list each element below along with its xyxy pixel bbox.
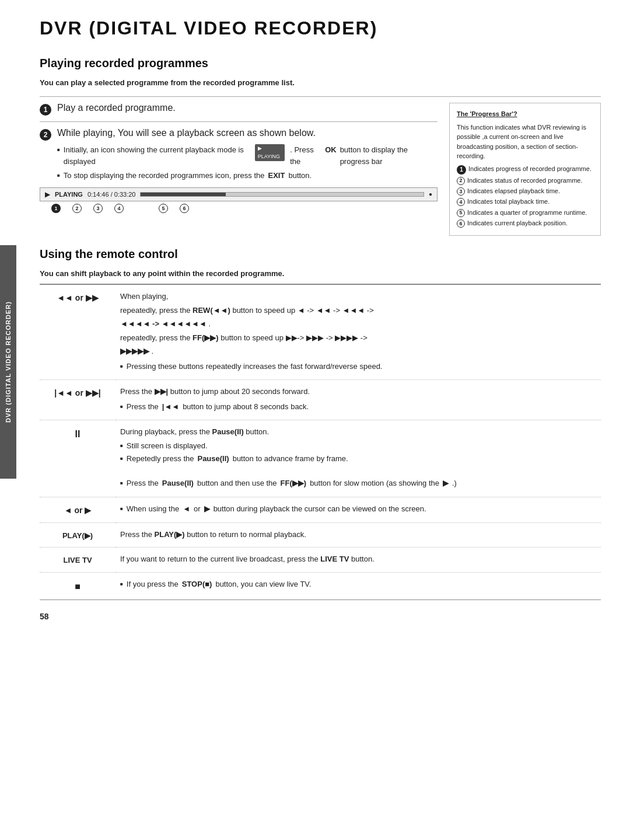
remote-key: ■ bbox=[40, 572, 116, 599]
remote-desc: When playing, repeatedly, press the REW(… bbox=[116, 284, 601, 380]
remote-key: PLAY(▶) bbox=[40, 522, 116, 548]
bullet-item: Press the |◄◄ button to jump about 8 sec… bbox=[120, 401, 596, 413]
remote-desc: During playback, press the Pause(II) but… bbox=[116, 420, 601, 497]
indicator-list-item: 4 Indicates total playback time. bbox=[457, 197, 593, 206]
circle-2: 2 bbox=[457, 177, 465, 185]
section1-bullets: Initially, an icon showing the current p… bbox=[57, 144, 438, 182]
table-row: ■ If you press the STOP(■) button, you c… bbox=[40, 572, 601, 599]
table-row: ◄◄ or ▶▶ When playing, repeatedly, press… bbox=[40, 284, 601, 380]
progress-indicator-labels: 1 2 3 4 5 6 bbox=[51, 204, 438, 213]
circle-4: 4 bbox=[457, 198, 465, 206]
indicator-list-item: 1 Indicates progress of recorded program… bbox=[457, 165, 593, 175]
page-title: DVR (DIGITAL VIDEO RECORDER) bbox=[40, 18, 601, 39]
play-icon: ▶ bbox=[45, 190, 50, 198]
indicator-2: 2 bbox=[72, 204, 82, 213]
remote-desc: If you press the STOP(■) button, you can… bbox=[116, 572, 601, 599]
step2-row: 2 While playing, You will see a playback… bbox=[40, 128, 438, 141]
remote-key: ◄ or ▶ bbox=[40, 497, 116, 522]
time-display: 0:14:46 / 0:33:20 bbox=[88, 191, 136, 198]
bullet-item: Still screen is displayed. bbox=[120, 440, 596, 452]
remote-control-section: Using the remote control You can shift p… bbox=[40, 248, 601, 600]
step1-row: 1 Play a recorded programme. bbox=[40, 103, 438, 116]
step2-number: 2 bbox=[40, 129, 51, 141]
playing-label: PLAYING bbox=[55, 191, 83, 198]
step1-number: 1 bbox=[40, 104, 51, 116]
indicator-list-item: 5 Indicates a quarter of programme runti… bbox=[457, 208, 593, 217]
section2-title: Using the remote control bbox=[40, 248, 601, 261]
indicator-5: 5 bbox=[159, 204, 168, 213]
remote-key: II bbox=[40, 420, 116, 497]
table-row: PLAY(▶) Press the PLAY(▶) button to retu… bbox=[40, 522, 601, 548]
section2-intro: You can shift playback to any point with… bbox=[40, 269, 601, 278]
indicator-3: 3 bbox=[93, 204, 103, 213]
circle-6: 6 bbox=[457, 219, 465, 228]
table-row: II During playback, press the Pause(II) … bbox=[40, 420, 601, 497]
bullet-item: If you press the STOP(■) button, you can… bbox=[120, 578, 596, 590]
bullet-item: Initially, an icon showing the current p… bbox=[57, 144, 438, 167]
remote-table: ◄◄ or ▶▶ When playing, repeatedly, press… bbox=[40, 284, 601, 600]
remote-desc: If you want to return to the current liv… bbox=[116, 548, 601, 573]
section1-intro: You can play a selected programme from t… bbox=[40, 78, 601, 87]
indicator-list-item: 6 Indicates current playback position. bbox=[457, 219, 593, 228]
progress-fill bbox=[141, 193, 225, 196]
table-row: LIVE TV If you want to return to the cur… bbox=[40, 548, 601, 573]
section1-title: Playing recorded programmes bbox=[40, 57, 601, 70]
indicator-1: 1 bbox=[51, 204, 61, 213]
left-column: 1 Play a recorded programme. 2 While pla… bbox=[40, 103, 438, 236]
bullet-item: Pressing these buttons repeatedly increa… bbox=[120, 361, 596, 372]
remote-desc: Press the PLAY(▶) button to return to no… bbox=[116, 522, 601, 548]
progress-box-desc: This function indicates what DVR reviewi… bbox=[457, 123, 593, 161]
circle-1: 1 bbox=[457, 165, 466, 175]
indicator-list-item: 2 Indicates status of recorded programme… bbox=[457, 176, 593, 185]
table-row: |◄◄ or ▶▶| Press the ▶▶| button to jump … bbox=[40, 380, 601, 420]
progress-track bbox=[140, 192, 424, 197]
indicator-list: 1 Indicates progress of recorded program… bbox=[457, 165, 593, 228]
progress-box-title: The 'Progress Bar'? bbox=[457, 109, 593, 119]
remote-key: ◄◄ or ▶▶ bbox=[40, 284, 116, 380]
bullet-item: Repetedly press the Pause(II) button to … bbox=[120, 453, 596, 465]
indicator-4: 4 bbox=[114, 204, 124, 213]
remote-key: |◄◄ or ▶▶| bbox=[40, 380, 116, 420]
progress-bar-display: ▶ PLAYING 0:14:46 / 0:33:20 ● bbox=[40, 187, 438, 201]
indicator-6: 6 bbox=[180, 204, 189, 213]
remote-key: LIVE TV bbox=[40, 548, 116, 573]
bullet-item: Press the Pause(II) button and then use … bbox=[120, 477, 596, 489]
progress-box: The 'Progress Bar'? This function indica… bbox=[449, 103, 601, 236]
bullet-item: To stop displaying the recorded programm… bbox=[57, 170, 438, 182]
remote-desc: Press the ▶▶| button to jump about 20 se… bbox=[116, 380, 601, 420]
step2-text: While playing, You will see a playback s… bbox=[57, 128, 316, 138]
circle-3: 3 bbox=[457, 187, 465, 196]
two-column-layout: 1 Play a recorded programme. 2 While pla… bbox=[40, 103, 601, 236]
bullet-item: When using the ◄ or ▶ button during play… bbox=[120, 503, 596, 515]
dot-marker: ● bbox=[429, 191, 432, 197]
circle-5: 5 bbox=[457, 209, 465, 217]
remote-desc: When using the ◄ or ▶ button during play… bbox=[116, 497, 601, 522]
step1-text: Play a recorded programme. bbox=[57, 103, 176, 113]
side-label: DVR (DIGITAL VIDEO RECORDER) bbox=[0, 245, 16, 479]
table-row: ◄ or ▶ When using the ◄ or ▶ button duri… bbox=[40, 497, 601, 522]
indicator-list-item: 3 Indicates elapsed playback time. bbox=[457, 187, 593, 196]
page-number: 58 bbox=[40, 612, 601, 621]
